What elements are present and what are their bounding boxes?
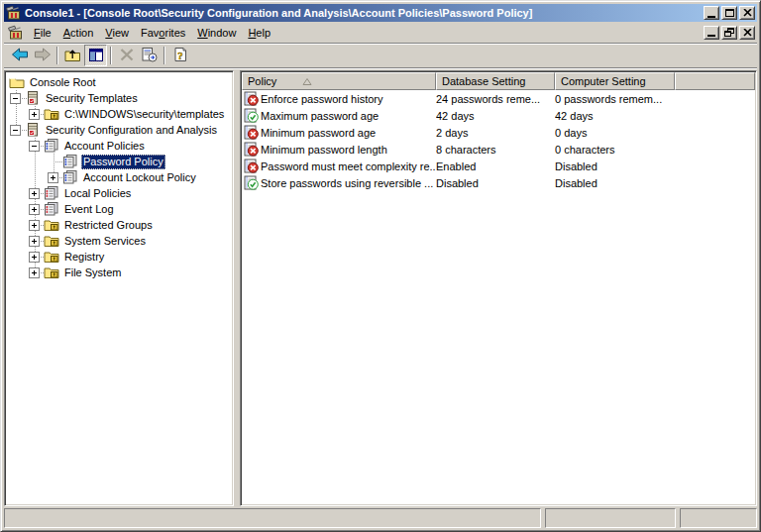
policy-match-icon [244, 108, 259, 123]
export-list-button[interactable] [138, 45, 161, 66]
forward-button[interactable] [31, 45, 54, 66]
column-header-label: Policy [248, 75, 276, 87]
show-hide-console-tree-button[interactable] [84, 45, 107, 66]
tree-item-security-configuration-and-analysis[interactable]: Security Configuration and Analysis [6, 122, 232, 138]
tree-item-password-policy[interactable]: Password Policy [6, 154, 232, 169]
toolbar-separator [56, 47, 58, 64]
back-button[interactable] [8, 45, 31, 66]
tree-guide-line [35, 169, 36, 185]
tree-item-label: Account Policies [62, 139, 147, 154]
collapse-icon[interactable] [10, 93, 21, 104]
tree-item-restricted-groups[interactable]: Restricted Groups [6, 217, 232, 233]
folder-lock-icon [44, 217, 59, 233]
policy-name: Maximum password age [261, 110, 379, 122]
tree-item-label: Console Root [28, 75, 98, 90]
database-setting-value: 42 days [436, 110, 555, 122]
expand-icon[interactable] [29, 204, 40, 215]
tree-item-account-lockout-policy[interactable]: Account Lockout Policy [6, 169, 232, 185]
tree-item-label: Password Policy [81, 155, 165, 169]
policy-row-minimum-password-length[interactable]: Minimum password length8 characters0 cha… [242, 141, 755, 158]
collapse-icon[interactable] [29, 141, 40, 152]
child-close-button[interactable] [739, 26, 755, 40]
expand-icon[interactable] [29, 109, 40, 120]
tree-item-system-services[interactable]: System Services [6, 233, 232, 249]
child-minimize-button[interactable] [704, 26, 719, 40]
expand-icon[interactable] [29, 252, 40, 263]
policy-row-maximum-password-age[interactable]: Maximum password age42 days42 days [242, 107, 755, 124]
column-header-label: Computer Setting [561, 75, 646, 87]
tree-item-event-log[interactable]: Event Log [6, 201, 232, 217]
policy-mismatch-icon [244, 142, 259, 157]
mmc-window: Console1 - [Console Root\Security Config… [0, 0, 761, 532]
tree-item-local-policies[interactable]: Local Policies [6, 185, 232, 201]
status-panel-2 [545, 508, 676, 528]
menu-favorites[interactable]: Favorites [135, 24, 191, 42]
console-tree-pane: Console Root Security Templates C:\WINDO… [4, 70, 234, 506]
policy-match-icon [244, 175, 259, 190]
tree-item-security-templates[interactable]: Security Templates [6, 90, 232, 106]
expand-icon[interactable] [48, 172, 58, 183]
tree-item-account-policies[interactable]: Account Policies [6, 138, 232, 154]
policy-row-password-must-meet-complexity-re[interactable]: Password must meet complexity re...Enabl… [242, 158, 755, 174]
computer-setting-value: Disabled [555, 177, 675, 189]
tree-item-label: File System [62, 266, 123, 280]
delete-button[interactable] [115, 45, 138, 66]
minimize-button[interactable] [704, 6, 719, 20]
status-panel-main [4, 508, 541, 528]
tree-item-registry[interactable]: Registry [6, 249, 232, 265]
export-list-icon [141, 47, 158, 64]
expand-icon[interactable] [29, 236, 40, 247]
maximize-icon [725, 9, 734, 17]
policy-notepad-blue-icon [62, 154, 78, 169]
database-setting-value: Disabled [436, 177, 555, 189]
column-header-policy[interactable]: Policy [242, 72, 436, 90]
menu-help[interactable]: Help [242, 24, 276, 42]
policy-row-store-passwords-using-reversible[interactable]: Store passwords using reversible ...Disa… [242, 174, 755, 191]
policy-notepad-blue-icon [62, 169, 78, 185]
up-one-level-button[interactable] [61, 45, 84, 66]
child-restore-button[interactable] [721, 26, 737, 40]
mmc-console-icon [6, 5, 22, 21]
results-pane: Policy Database SettingComputer Setting … [240, 70, 757, 506]
sort-ascending-icon [302, 77, 312, 86]
menu-view[interactable]: View [99, 24, 135, 42]
computer-setting-value: 42 days [555, 110, 675, 122]
menu-file[interactable]: File [28, 24, 57, 42]
delete-x-icon [119, 47, 135, 64]
policy-row-minimum-password-age[interactable]: Minimum password age2 days0 days [242, 124, 755, 141]
expand-icon[interactable] [29, 267, 40, 278]
tree-item-label: Local Policies [62, 186, 133, 201]
toolbar: ? [4, 44, 757, 68]
policy-notepad-red-icon [44, 185, 59, 201]
collapse-icon[interactable] [10, 125, 21, 136]
policy-row-enforce-password-history[interactable]: Enforce password history24 passwords rem… [242, 90, 755, 107]
tree-item-c-windows-security-templates[interactable]: C:\WINDOWS\security\templates [6, 106, 232, 122]
folder-lock-icon [44, 106, 59, 122]
expand-icon[interactable] [29, 220, 40, 231]
policy-name: Enforce password history [261, 93, 383, 105]
tree-item-file-system[interactable]: File System [6, 265, 232, 280]
policy-notepad-blue-icon [44, 138, 59, 154]
menu-window[interactable]: Window [191, 24, 242, 42]
tree-item-label: System Services [62, 234, 148, 249]
security-database-icon [25, 90, 41, 106]
folder-lock-icon [44, 265, 59, 280]
close-button[interactable] [739, 6, 755, 20]
help-button[interactable]: ? [168, 45, 191, 66]
console-body: Console Root Security Templates C:\WINDO… [4, 70, 757, 506]
tree-item-console-root[interactable]: Console Root [6, 74, 232, 90]
database-setting-value: Enabled [436, 160, 555, 172]
computer-setting-value: 0 days [555, 127, 675, 139]
menu-action[interactable]: Action [57, 24, 100, 42]
close-icon [743, 7, 752, 19]
computer-setting-value: 0 passwords remem... [555, 93, 675, 105]
tree-guide-line [16, 106, 17, 122]
maximize-button[interactable] [721, 6, 737, 20]
toolbar-separator [163, 47, 165, 64]
column-header-database-setting[interactable]: Database Setting [436, 72, 555, 90]
column-header-computer-setting[interactable]: Computer Setting [555, 72, 675, 90]
forward-arrow-icon [34, 47, 52, 64]
expand-icon[interactable] [29, 188, 40, 199]
policy-mismatch-icon [244, 159, 259, 173]
tree-item-label: Account Lockout Policy [81, 170, 198, 185]
